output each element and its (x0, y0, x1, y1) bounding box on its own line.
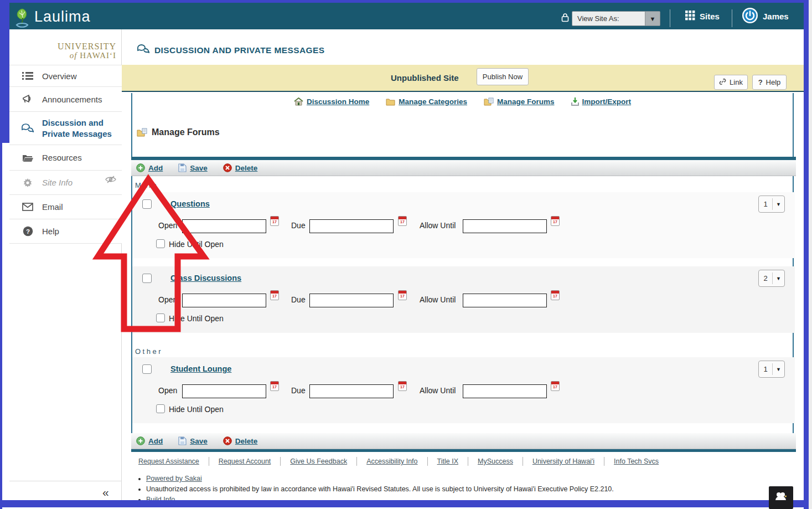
chevron-down-icon[interactable]: ▼ (645, 12, 660, 25)
forum-nav: Discussion Home Manage Categories Manage… (132, 97, 793, 106)
calendar-icon[interactable] (551, 381, 560, 391)
calendar-icon[interactable] (270, 290, 279, 300)
legal-notice: Unauthorized access is prohibited by law… (146, 484, 614, 495)
sites-grid-icon (685, 11, 695, 22)
forum-checkbox[interactable] (142, 364, 152, 374)
nav-manage-categories[interactable]: Manage Categories (386, 97, 467, 106)
forum-checkbox[interactable] (142, 274, 152, 283)
footer-link[interactable]: Title IX (428, 457, 468, 465)
footer-link[interactable]: Request Account (209, 457, 281, 465)
due-label: Due (291, 221, 306, 230)
add-icon (136, 436, 145, 445)
allow-until-label: Allow Until (420, 221, 456, 230)
import-icon (571, 97, 579, 106)
calendar-icon[interactable] (398, 216, 407, 226)
forums-toolbar-top: Add Save Delete (131, 160, 796, 176)
open-date-input[interactable] (182, 294, 266, 307)
hide-until-open-checkbox[interactable] (156, 239, 165, 248)
due-date-input[interactable] (309, 294, 394, 307)
scrollbar-gutter[interactable] (809, 0, 812, 509)
unpublished-site-label: Unpublished Site (391, 73, 459, 83)
nav-import-export[interactable]: Import/Export (571, 97, 632, 106)
sidebar-item-discussion[interactable]: Discussion and Private Messages (9, 112, 122, 145)
page-title: DISCUSSION AND PRIVATE MESSAGES (137, 44, 325, 56)
sites-button[interactable]: Sites (685, 3, 720, 29)
nav-discussion-home[interactable]: Discussion Home (294, 97, 369, 106)
due-date-input[interactable] (309, 384, 394, 398)
window-border (0, 500, 809, 507)
sidebar-collapse-button[interactable]: « (102, 486, 109, 499)
forum-order-select[interactable]: 1 ▼ (758, 361, 785, 378)
help-button[interactable]: ? Help (752, 75, 787, 90)
forum-title-link[interactable]: Questions (170, 199, 210, 208)
delete-icon (223, 163, 232, 172)
due-date-input[interactable] (309, 219, 394, 233)
calendar-icon[interactable] (551, 216, 560, 226)
sidebar-item-overview[interactable]: Overview (9, 65, 122, 87)
delete-button[interactable]: Delete (223, 163, 262, 172)
nav-manage-forums[interactable]: Manage Forums (484, 97, 555, 106)
link-button[interactable]: Link (714, 75, 748, 90)
footer-link[interactable]: Accessibility Info (357, 457, 427, 465)
allow-until-label: Allow Until (420, 386, 456, 395)
divider (131, 449, 796, 452)
powered-by-sakai-link[interactable]: Powered by Sakai (146, 475, 202, 482)
category-label: Other (135, 347, 163, 356)
calendar-icon[interactable] (398, 290, 407, 300)
chevron-down-icon: ▼ (773, 202, 784, 207)
add-button[interactable]: Add (136, 163, 167, 172)
sidebar-item-announcements[interactable]: Announcements (9, 87, 122, 112)
megaphone-icon (22, 94, 34, 104)
sidebar-item-email[interactable]: Email (9, 195, 122, 219)
sidebar-item-help[interactable]: ? Help (9, 219, 122, 244)
forums-toolbar-bottom: Add Save Delete (131, 433, 796, 449)
publish-now-button[interactable]: Publish Now (477, 68, 529, 85)
forum-dates: Open Due Allow Until (132, 291, 795, 308)
footer-link[interactable]: Give Us Feedback (281, 457, 356, 465)
save-button[interactable]: Save (178, 163, 212, 172)
folder-icon (22, 153, 34, 162)
forum-dates: Open Due Allow Until (132, 382, 795, 399)
calendar-icon[interactable] (551, 290, 560, 300)
sidebar-item-site-info[interactable]: Site Info (9, 171, 122, 195)
forum-order-select[interactable]: 2 ▼ (758, 270, 785, 287)
allow-until-date-input[interactable] (463, 294, 547, 307)
footer-link[interactable]: MySuccess (468, 457, 523, 465)
forum-order-select[interactable]: 1 ▼ (758, 196, 785, 213)
forum-title-link[interactable]: Class Discussions (170, 274, 241, 282)
open-date-input[interactable] (182, 219, 266, 233)
footer-link[interactable]: Request Assistance (138, 457, 209, 465)
chat-widget-button[interactable] (769, 486, 793, 509)
link-icon (719, 78, 726, 87)
footer-link[interactable]: Info Tech Svcs (604, 457, 668, 465)
due-label: Due (291, 386, 306, 395)
allow-until-date-input[interactable] (463, 384, 547, 398)
forum-row: Questions Open Due Allow Until Hide Unti… (132, 192, 795, 258)
footer-link[interactable]: University of Hawai'i (523, 457, 604, 465)
sidebar-item-label: Resources (42, 153, 82, 162)
add-button[interactable]: Add (136, 436, 167, 445)
forum-dates: Open Due Allow Until (132, 217, 795, 234)
hide-until-open-checkbox[interactable] (156, 313, 165, 322)
view-site-as-select[interactable]: View Site As: ▼ (572, 11, 660, 26)
hide-until-open-checkbox[interactable] (156, 404, 165, 413)
save-icon (178, 436, 187, 445)
allow-until-date-input[interactable] (463, 219, 547, 233)
footer-links: Request Assistance Request Account Give … (138, 457, 668, 466)
due-label: Due (291, 295, 306, 304)
save-button[interactable]: Save (178, 436, 212, 445)
sidebar-item-label: Discussion and Private Messages (42, 117, 114, 140)
list-icon (22, 71, 34, 80)
forum-title-link[interactable]: Student Lounge (170, 364, 231, 373)
delete-button[interactable]: Delete (223, 436, 262, 445)
user-menu-button[interactable]: James (742, 3, 789, 29)
gear-icon (22, 178, 34, 188)
calendar-icon[interactable] (398, 381, 407, 391)
unpublished-site-banner: Unpublished Site Publish Now Link ? Help (122, 65, 804, 92)
calendar-icon[interactable] (270, 381, 279, 391)
calendar-icon[interactable] (270, 216, 279, 226)
sidebar-item-resources[interactable]: Resources (9, 145, 122, 171)
manage-forums-heading: Manage Forums (137, 127, 220, 137)
open-date-input[interactable] (182, 384, 266, 398)
forum-checkbox[interactable] (142, 199, 152, 209)
